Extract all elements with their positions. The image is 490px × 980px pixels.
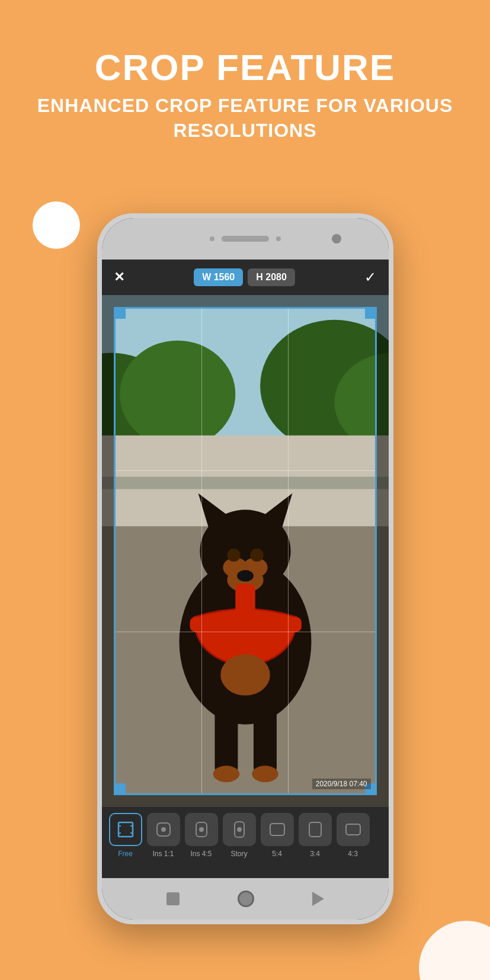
grid-line-horizontal-1 xyxy=(116,470,375,471)
svg-rect-35 xyxy=(309,822,321,837)
app-screen: ✕ W 1560 H 2080 ✓ xyxy=(102,260,389,878)
crop-option-43[interactable]: 4:3 xyxy=(335,813,371,858)
crop-icon-story[interactable] xyxy=(223,813,256,846)
nav-recent-button[interactable] xyxy=(312,892,324,906)
crop-toolbar: Free Ins 1:1 xyxy=(102,807,389,878)
phone-top-bezel xyxy=(102,218,389,260)
speaker-dot-2 xyxy=(276,236,281,241)
crop-option-ins45[interactable]: Ins 4:5 xyxy=(184,813,219,858)
crop-frame[interactable] xyxy=(114,307,377,795)
crop-icon-ins45[interactable] xyxy=(185,813,218,846)
crop-label-ins45: Ins 4:5 xyxy=(190,850,212,858)
svg-point-33 xyxy=(237,827,242,832)
front-camera xyxy=(332,234,341,244)
svg-rect-23 xyxy=(119,822,133,837)
crop-handle-bottom-left[interactable] xyxy=(114,783,126,795)
decoration-circle-top-left xyxy=(33,201,80,249)
crop-option-34[interactable]: 3:4 xyxy=(297,813,333,858)
grid-line-vertical-1 xyxy=(201,309,202,793)
crop-label-story: Story xyxy=(230,850,247,858)
decoration-circle-bottom-right xyxy=(419,921,490,980)
crop-label-free: Free xyxy=(118,850,133,858)
svg-point-29 xyxy=(161,827,166,832)
width-badge: W 1560 xyxy=(194,268,243,286)
image-timestamp: 2020/9/18 07:40 xyxy=(312,779,371,789)
phone-body: ✕ W 1560 H 2080 ✓ xyxy=(97,213,393,924)
phone-screen-area: ✕ W 1560 H 2080 ✓ xyxy=(102,218,389,920)
crop-option-story[interactable]: Story xyxy=(222,813,257,858)
height-badge: H 2080 xyxy=(248,268,295,286)
crop-handle-top-left[interactable] xyxy=(114,307,126,319)
crop-label-34: 3:4 xyxy=(310,850,320,858)
nav-back-button[interactable] xyxy=(166,892,180,905)
crop-option-54[interactable]: 5:4 xyxy=(260,813,295,858)
crop-icon-ins11[interactable] xyxy=(147,813,180,846)
crop-label-43: 4:3 xyxy=(348,850,358,858)
svg-rect-36 xyxy=(346,824,360,835)
crop-label-ins11: Ins 1:1 xyxy=(152,850,174,858)
crop-icon-free[interactable] xyxy=(109,813,142,846)
speaker-bar xyxy=(222,236,269,242)
crop-handle-top-right[interactable] xyxy=(365,307,377,319)
crop-icon-34[interactable] xyxy=(299,813,332,846)
header-section: CROP FEATURE ENHANCED CROP FEATURE FOR V… xyxy=(0,0,490,166)
crop-label-54: 5:4 xyxy=(272,850,282,858)
phone-bottom-bezel xyxy=(102,878,389,920)
main-subtitle: ENHANCED CROP FEATURE FOR VARIOUS RESOLU… xyxy=(0,94,490,143)
grid-line-horizontal-2 xyxy=(116,632,375,632)
close-button[interactable]: ✕ xyxy=(114,270,124,285)
svg-point-31 xyxy=(199,827,204,832)
nav-home-button[interactable] xyxy=(238,891,254,907)
crop-option-ins11[interactable]: Ins 1:1 xyxy=(146,813,181,858)
main-title: CROP FEATURE xyxy=(0,47,490,88)
confirm-button[interactable]: ✓ xyxy=(364,269,376,286)
dimensions-display: W 1560 H 2080 xyxy=(194,268,295,286)
speaker-dot-1 xyxy=(210,236,214,241)
crop-icon-54[interactable] xyxy=(261,813,294,846)
svg-rect-34 xyxy=(270,824,284,835)
app-topbar: ✕ W 1560 H 2080 ✓ xyxy=(102,260,389,295)
image-area: 2020/9/18 07:40 xyxy=(102,295,389,807)
crop-option-free[interactable]: Free xyxy=(108,813,143,858)
crop-icon-43[interactable] xyxy=(337,813,370,846)
phone-mockup: ✕ W 1560 H 2080 ✓ xyxy=(97,213,393,924)
grid-line-vertical-2 xyxy=(288,309,289,793)
